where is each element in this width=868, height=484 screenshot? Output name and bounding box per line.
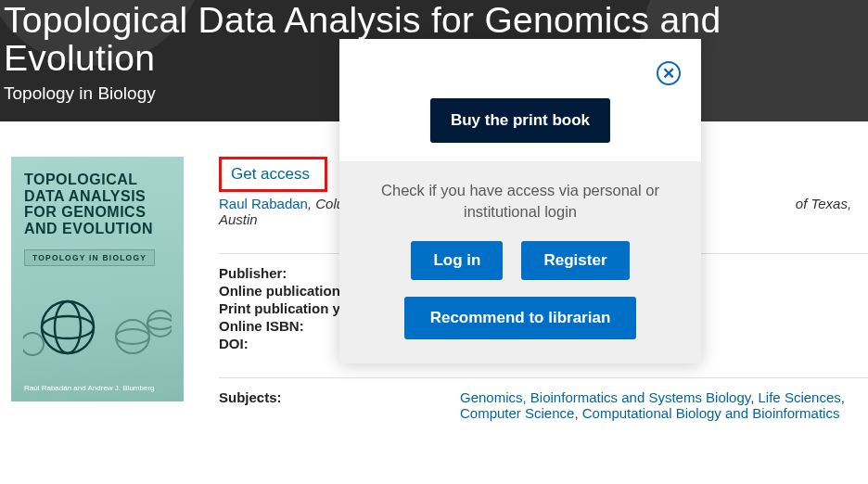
recommend-librarian-button[interactable]: Recommend to librarian [404,297,637,339]
buy-section: Buy the print book [339,39,701,161]
subject-link[interactable]: Life Sciences [759,389,841,405]
svg-point-4 [116,329,149,344]
book-cover[interactable]: TOPOLOGICAL DATA ANALYSIS FOR GENOMICS A… [11,157,184,401]
cover-art [11,296,184,363]
svg-point-5 [147,311,172,337]
subject-link[interactable]: Genomics, Bioinformatics and Systems Bio… [460,389,750,405]
close-icon[interactable]: ✕ [657,61,681,85]
access-modal: ✕ Buy the print book Check if you have a… [339,39,701,363]
subjects-values: Genomics, Bioinformatics and Systems Bio… [460,389,868,421]
svg-point-0 [42,301,94,353]
register-button[interactable]: Register [521,241,629,280]
access-check-text: Check if you have access via personal or… [367,180,673,223]
svg-point-2 [55,301,81,353]
subject-link[interactable]: Computer Science [460,405,574,421]
login-button[interactable]: Log in [411,241,503,280]
cover-tag: TOPOLOGY IN BIOLOGY [24,249,155,266]
svg-point-1 [42,316,94,338]
subject-link[interactable]: Computational Biology and Bioinformatics [582,405,840,421]
cover-title: TOPOLOGICAL DATA ANALYSIS FOR GENOMICS A… [24,172,171,236]
svg-point-3 [116,320,149,353]
subjects-row: Subjects: Genomics, Bioinformatics and S… [219,389,868,421]
author-link[interactable]: Raul Rabadan [219,196,308,211]
subjects-label: Subjects: [219,389,460,421]
cover-authors: Raúl Rabadán and Andrew J. Blumberg [24,384,155,392]
svg-point-6 [147,318,172,329]
login-section: Check if you have access via personal or… [339,161,701,363]
get-access-button[interactable]: Get access [219,157,327,192]
divider [219,377,868,378]
svg-point-7 [23,333,44,355]
buy-print-button[interactable]: Buy the print book [430,98,610,143]
